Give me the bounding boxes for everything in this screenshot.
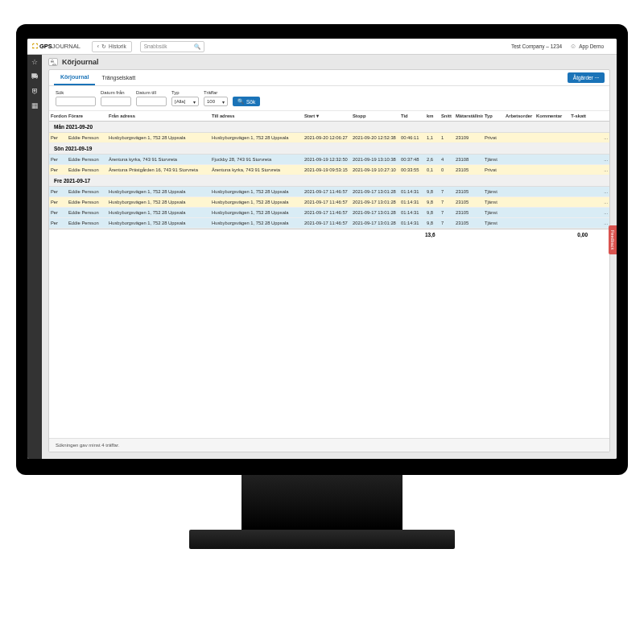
quick-search-input[interactable]: Snabbsök 🔍: [140, 41, 204, 52]
user-label[interactable]: App Demo: [579, 43, 604, 49]
history-icon: ↻: [101, 43, 106, 50]
monitor-base: [189, 530, 455, 549]
page-title: Körjournal: [62, 58, 99, 66]
topbar: ⛶ GPSJOURNAL ‹ ↻ Historik Snabbsök 🔍 Tes…: [27, 39, 617, 55]
col-snitt[interactable]: Snitt: [440, 111, 454, 121]
col-matar[interactable]: Mätarställning: [454, 111, 483, 121]
monitor-stand: [242, 473, 402, 530]
feedback-tab[interactable]: Feedback: [609, 225, 617, 254]
tab-korjournal[interactable]: Körjournal: [54, 70, 95, 85]
actions-button[interactable]: Åtgärder ···: [568, 72, 605, 83]
total-tskatt: 0,00: [565, 232, 588, 237]
shield-icon[interactable]: ⛨: [31, 87, 39, 95]
tab-trangselskatt[interactable]: Trängselskatt: [95, 71, 142, 85]
logo-text-thin: JOURNAL: [52, 43, 80, 50]
logo[interactable]: ⛶ GPSJOURNAL: [32, 43, 80, 50]
col-tid[interactable]: Tid: [399, 111, 425, 121]
group-header: Sön 2021-09-19: [49, 143, 609, 155]
monitor-frame: ⛶ GPSJOURNAL ‹ ↻ Historik Snabbsök 🔍 Tes…: [16, 24, 628, 475]
main: ⛍ Körjournal Körjournal Trängselskatt Åt…: [42, 55, 617, 459]
search-icon: 🔍: [194, 43, 200, 50]
sidebar: ☆ ⛟ ⛨ ▦: [27, 55, 42, 459]
col-stopp[interactable]: Stopp: [351, 111, 399, 121]
col-forare[interactable]: Förare: [67, 111, 107, 121]
select-typ[interactable]: [Alla]▾: [171, 97, 199, 106]
col-tskatt[interactable]: T-skatt: [565, 111, 588, 121]
table-row[interactable]: PerEddie PerssonHusbyborgsvägen 1, 752 2…: [49, 218, 609, 229]
logo-icon: ⛶: [32, 43, 39, 50]
col-ao[interactable]: Arbetsorder: [504, 111, 535, 121]
page-car-icon: ⛍: [48, 58, 58, 66]
chevron-left-icon: ‹: [97, 43, 99, 49]
card: Körjournal Trängselskatt Åtgärder ··· Sö…: [48, 69, 610, 452]
group-header: Mån 2021-09-20: [49, 122, 609, 133]
tabs: Körjournal Trängselskatt Åtgärder ···: [49, 70, 609, 86]
table-row[interactable]: PerEddie PerssonHusbyborgsvägen 1, 752 2…: [49, 187, 609, 197]
lbl-datum-till: Datum till: [136, 90, 167, 95]
quick-search-placeholder: Snabbsök: [144, 43, 167, 49]
search-button[interactable]: 🔍 Sök: [233, 97, 260, 106]
table: Fordon Förare Från adress Till adress St…: [49, 111, 609, 438]
table-row[interactable]: PerEddie PerssonHusbyborgsvägen 1, 752 2…: [49, 133, 609, 143]
lbl-traffar: Träffar: [204, 90, 228, 95]
page-header: ⛍ Körjournal: [42, 55, 617, 69]
car-icon[interactable]: ⛟: [31, 72, 39, 80]
table-row[interactable]: PerEddie PerssonÄrentuna kyrka, 743 91 S…: [49, 155, 609, 165]
star-icon[interactable]: ☆: [31, 58, 38, 66]
col-komm[interactable]: Kommentar: [535, 111, 565, 121]
totals-row: 13,6 0,00: [49, 229, 609, 240]
table-row[interactable]: PerEddie PerssonHusbyborgsvägen 1, 752 2…: [49, 197, 609, 208]
table-row[interactable]: PerEddie PerssonÄrentuna Prästgården 16,…: [49, 165, 609, 175]
col-km[interactable]: km: [425, 111, 440, 121]
chevron-down-icon: ▾: [222, 99, 225, 105]
lbl-datum-fran: Datum från: [101, 90, 131, 95]
calendar-icon[interactable]: ▦: [31, 101, 39, 109]
search-btn-label: Sök: [246, 99, 255, 105]
lbl-typ: Typ: [171, 90, 199, 95]
chevron-down-icon: ▾: [193, 99, 196, 105]
group-header: Fre 2021-09-17: [49, 175, 609, 187]
input-sok[interactable]: [56, 97, 96, 106]
user-icon: ☺: [570, 43, 576, 50]
col-typ[interactable]: Typ: [483, 111, 504, 121]
lbl-sok: Sök: [56, 90, 96, 95]
history-button[interactable]: ‹ ↻ Historik: [92, 41, 132, 52]
col-fordon[interactable]: Fordon: [49, 111, 67, 121]
result-footer: Sökningen gav minst 4 träffar.: [49, 438, 609, 452]
col-fran[interactable]: Från adress: [107, 111, 210, 121]
select-traffar[interactable]: 100▾: [204, 97, 228, 106]
input-datum-till[interactable]: [136, 97, 167, 106]
col-till[interactable]: Till adress: [210, 111, 303, 121]
filters: Sök Datum från Datum till Typ: [49, 86, 609, 111]
company-label: Test Company – 1234: [511, 43, 562, 49]
table-row[interactable]: PerEddie PerssonHusbyborgsvägen 1, 752 2…: [49, 208, 609, 218]
input-datum-fran[interactable]: [101, 97, 131, 106]
total-km: 13,6: [425, 232, 440, 237]
screen: ⛶ GPSJOURNAL ‹ ↻ Historik Snabbsök 🔍 Tes…: [27, 39, 617, 459]
table-header: Fordon Förare Från adress Till adress St…: [49, 111, 609, 122]
logo-text-bold: GPS: [39, 43, 52, 50]
history-label: Historik: [109, 43, 126, 49]
col-start[interactable]: Start ▾: [303, 111, 351, 121]
search-icon: 🔍: [237, 98, 244, 105]
